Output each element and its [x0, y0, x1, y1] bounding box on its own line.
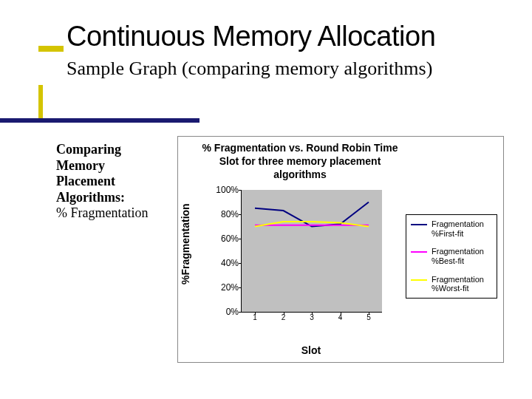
side-caption-line: Memory	[56, 158, 105, 173]
page-title: Continuous Memory Allocation	[66, 21, 435, 52]
y-tick-mark	[239, 287, 242, 288]
y-tick-label: 40%	[194, 258, 239, 268]
legend-item: Fragmentation %First-fit	[406, 215, 497, 242]
legend-item: Fragmentation %Best-fit	[406, 242, 497, 270]
y-tick-mark	[239, 312, 242, 313]
x-tick-mark	[284, 312, 284, 315]
side-caption-line: % Fragmentation	[56, 205, 148, 220]
chart-title: % Fragmentation vs. Round Robin Time Slo…	[200, 141, 400, 182]
side-caption-line: Comparing	[56, 142, 121, 157]
page-subtitle: Sample Graph (comparing memory algorithm…	[66, 58, 432, 80]
y-axis-label: %Fragmentation	[180, 203, 191, 284]
decor-vertical-bar	[38, 85, 43, 118]
y-tick-mark	[239, 239, 242, 239]
legend-swatch	[411, 251, 427, 253]
y-tick-label: 100%	[194, 185, 239, 195]
y-tick-mark	[239, 263, 242, 264]
y-tick-mark	[239, 190, 242, 191]
x-tick-mark	[369, 312, 369, 315]
legend: Fragmentation %First-fitFragmentation %B…	[406, 214, 497, 299]
y-tick-label: 20%	[194, 282, 239, 293]
side-caption-line: Placement	[56, 174, 115, 188]
legend-item: Fragmentation %Worst-fit	[406, 270, 497, 298]
x-tick-mark	[255, 312, 256, 315]
slide: Continuous Memory Allocation Sample Grap…	[0, 0, 532, 399]
y-tick-label: 60%	[194, 233, 239, 244]
legend-swatch	[411, 224, 427, 225]
side-caption: Comparing Memory Placement Algorithms: %…	[56, 142, 174, 222]
side-caption-line: Algorithms:	[56, 190, 125, 205]
x-axis-label: Slot	[241, 344, 381, 356]
legend-label: Fragmentation %First-fit	[432, 219, 492, 238]
y-tick-label: 80%	[194, 209, 239, 219]
x-tick-mark	[341, 312, 341, 315]
y-tick-label: 0%	[194, 307, 239, 317]
chart-container: % Fragmentation vs. Round Robin Time Slo…	[177, 136, 504, 363]
decor-horizontal-bar	[0, 118, 200, 123]
plot-area: 0%20%40%60%80%100%12345	[241, 190, 382, 313]
legend-label: Fragmentation %Best-fit	[432, 247, 492, 265]
decor-square	[38, 46, 64, 52]
x-tick-mark	[312, 312, 313, 315]
chart-lines	[242, 190, 382, 312]
y-tick-mark	[239, 214, 242, 215]
legend-label: Fragmentation %Worst-fit	[432, 275, 492, 293]
legend-swatch	[411, 279, 427, 281]
